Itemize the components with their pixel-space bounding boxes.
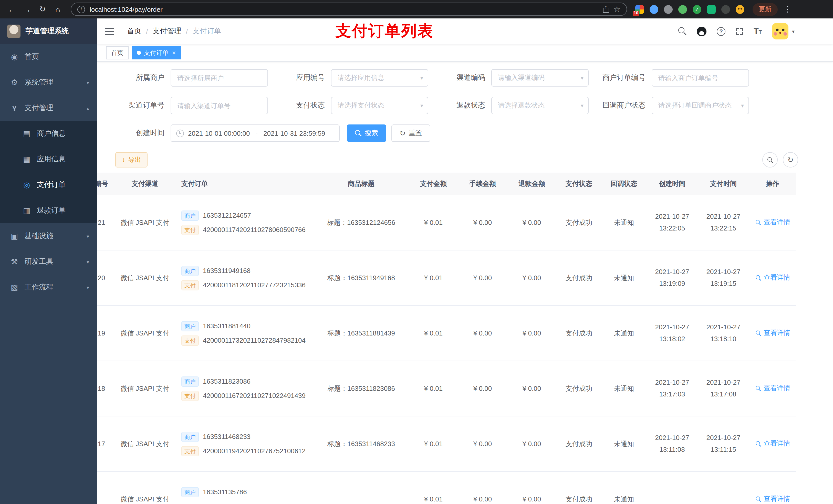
fullscreen-icon[interactable] <box>736 27 743 35</box>
extension-icon-4[interactable] <box>678 5 687 14</box>
reset-button[interactable]: ↻ 重置 <box>391 124 430 142</box>
user-menu[interactable]: ▾ <box>772 23 794 40</box>
refresh-table-button[interactable]: ↻ <box>783 152 798 167</box>
search-icon <box>756 330 761 336</box>
extension-icon-2[interactable] <box>649 5 658 14</box>
filter-field-channel-code: 渠道编码 请输入渠道编码 ▾ <box>428 69 589 87</box>
sidebar-item-infra[interactable]: 基础设施 ▾ <box>0 223 97 249</box>
view-detail-link[interactable]: 查看详情 <box>755 384 790 393</box>
chevron-down-icon: ▾ <box>87 80 89 85</box>
forward-icon[interactable]: → <box>21 5 34 14</box>
collapse-sidebar-icon[interactable] <box>97 19 121 44</box>
table-row: 21 微信 JSAPI 支付 商户 1635312124657 支付 42000… <box>97 195 796 250</box>
help-icon[interactable]: ? <box>717 27 725 35</box>
view-detail-link[interactable]: 查看详情 <box>755 273 790 283</box>
cell-fee: ¥ 0.00 <box>458 385 507 392</box>
breadcrumb-pay[interactable]: 支付管理 <box>153 27 181 36</box>
download-icon: ↓ <box>122 156 125 163</box>
col-create-time: 创建时间 <box>646 179 698 189</box>
cell-refund: ¥ 0.00 <box>507 219 556 226</box>
cell-status: 支付成功 <box>556 439 601 449</box>
sidebar-item-home[interactable]: 首页 <box>0 44 97 70</box>
app-title: 芋道管理系统 <box>26 27 69 36</box>
sidebar-item-system[interactable]: 系统管理 ▾ <box>0 70 97 95</box>
refund-status-select[interactable]: 请选择退款状态 ▾ <box>491 97 589 114</box>
filter-row-1: 所属商户 应用编号 请选择应用信息 ▾ 渠道编码 <box>108 69 823 87</box>
cell-actions: 查看详情 <box>749 329 796 338</box>
date-range-picker[interactable]: 2021-10-01 00:00:00 - 2021-10-31 23:59:5… <box>171 124 340 142</box>
col-id: 编号 <box>97 179 114 189</box>
reload-icon[interactable]: ↻ <box>36 5 49 14</box>
col-refund: 退款金额 <box>507 179 556 189</box>
font-size-icon[interactable]: TT <box>754 27 762 35</box>
breadcrumb-current: 支付订单 <box>193 27 221 36</box>
merchant-order-no-input[interactable] <box>652 69 749 87</box>
pay-status-select[interactable]: 请选择支付状态 ▾ <box>331 97 428 114</box>
sidebar-item-label: 支付管理 <box>25 103 53 113</box>
active-dot-icon <box>137 51 141 55</box>
extension-icon-8[interactable] <box>736 5 744 14</box>
export-button[interactable]: ↓ 导出 <box>115 152 148 167</box>
merchant-input[interactable] <box>171 69 268 87</box>
app-no-select[interactable]: 请选择应用信息 ▾ <box>331 69 428 87</box>
app-logo[interactable]: 芋道管理系统 <box>0 19 97 44</box>
channel-code-select[interactable]: 请输入渠道编码 ▾ <box>491 69 589 87</box>
sidebar-item-pay[interactable]: 支付管理 ▴ <box>0 95 97 121</box>
view-detail-link[interactable]: 查看详情 <box>755 218 790 227</box>
toggle-search-button[interactable] <box>762 152 778 167</box>
view-detail-link[interactable]: 查看详情 <box>755 329 790 338</box>
search-icon[interactable] <box>678 27 687 35</box>
github-icon[interactable] <box>697 26 707 36</box>
refresh-icon: ↻ <box>400 129 405 137</box>
date-end-value: 2021-10-31 23:59:59 <box>263 129 325 137</box>
extension-icon-5[interactable]: ✓ <box>693 5 701 14</box>
extension-icon-3[interactable] <box>664 5 673 14</box>
tools-icon <box>10 257 19 266</box>
view-detail-link[interactable]: 查看详情 <box>755 439 790 449</box>
cell-amount: ¥ 0.01 <box>409 219 458 226</box>
cell-create-time: 2021-10-2713:22:05 <box>646 211 698 234</box>
chevron-up-icon: ▴ <box>87 105 89 111</box>
address-bar[interactable]: i localhost:1024/pay/order ☆ <box>71 3 627 16</box>
cell-fee: ¥ 0.00 <box>458 329 507 337</box>
cell-order: 商户 1635311823086 支付 42000011672021102710… <box>176 372 313 405</box>
logo-image <box>7 25 21 38</box>
home-icon[interactable]: ⌂ <box>51 5 65 14</box>
merchant-card-icon <box>22 129 31 138</box>
avatar[interactable] <box>772 23 788 40</box>
cell-notify: 未通知 <box>601 218 646 227</box>
callback-status-select[interactable]: 请选择订单回调商户状态 ▾ <box>652 97 749 114</box>
browser-update-button[interactable]: 更新 <box>753 3 778 16</box>
sidebar-item-workflow[interactable]: 工作流程 ▾ <box>0 274 97 300</box>
channel-order-no-input[interactable] <box>171 97 268 114</box>
view-detail-link[interactable]: 查看详情 <box>755 495 790 504</box>
extension-icon-7[interactable] <box>721 5 730 14</box>
site-info-icon[interactable]: i <box>77 5 85 13</box>
browser-menu-icon[interactable]: ⋮ <box>784 5 791 14</box>
sidebar-item-app-info[interactable]: 应用信息 <box>0 146 97 172</box>
extension-icon-1[interactable]: 10 <box>635 5 644 14</box>
sidebar-item-merchant-info[interactable]: 商户信息 <box>0 121 97 146</box>
breadcrumb-home[interactable]: 首页 <box>127 27 141 36</box>
sidebar-item-refund-order[interactable]: 退款订单 <box>0 198 97 223</box>
cell-create-time: 2021-10-2713:18:02 <box>646 322 698 344</box>
close-tab-icon[interactable]: × <box>172 49 176 56</box>
pay-tag: 支付 <box>181 280 199 290</box>
sidebar-item-devtools[interactable]: 研发工具 ▾ <box>0 249 97 274</box>
pay-order-line: 支付 4200001174202110278060590766 <box>181 224 311 235</box>
target-icon <box>22 180 31 190</box>
cell-status: 支付成功 <box>556 273 601 283</box>
tab-pay-order[interactable]: 支付订单 × <box>132 46 181 59</box>
bookmark-star-icon[interactable]: ☆ <box>614 5 620 14</box>
tab-label: 首页 <box>111 48 123 57</box>
share-icon[interactable] <box>603 6 609 13</box>
extension-icon-6[interactable] <box>707 5 716 14</box>
pay-submenu: 商户信息 应用信息 支付订单 退款订单 <box>0 121 97 223</box>
pay-order-line: 支付 4200001181202110277723215336 <box>181 280 311 290</box>
search-button[interactable]: 搜索 <box>347 124 386 142</box>
cell-fee: ¥ 0.00 <box>458 219 507 226</box>
sidebar-item-pay-order[interactable]: 支付订单 <box>0 172 97 198</box>
tab-home[interactable]: 首页 <box>106 46 128 59</box>
back-icon[interactable]: ← <box>5 5 19 14</box>
cell-title: 标题：1635311949168 <box>313 273 409 283</box>
